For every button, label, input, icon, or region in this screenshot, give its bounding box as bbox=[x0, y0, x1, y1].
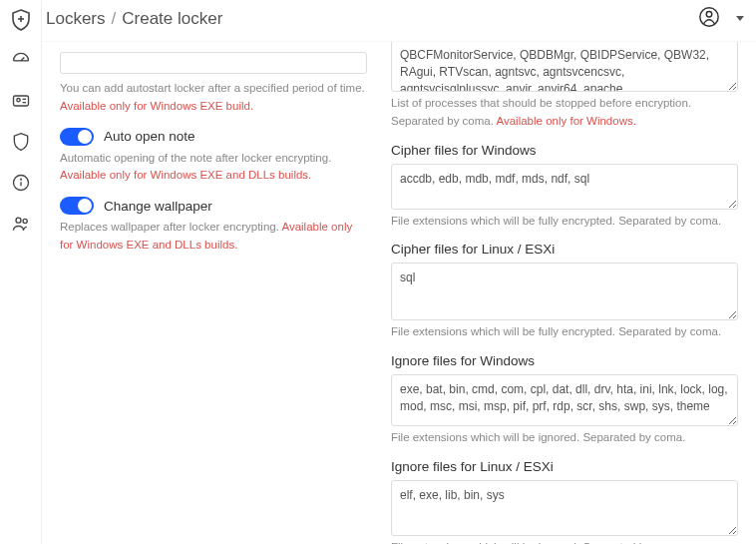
shield-plus-icon bbox=[9, 8, 33, 32]
cipher-win-hint: File extensions which will be fully encr… bbox=[391, 213, 738, 231]
cipher-linux-textarea[interactable] bbox=[391, 263, 738, 320]
auto-open-note-toggle[interactable] bbox=[60, 128, 94, 146]
breadcrumb-root[interactable]: Lockers bbox=[46, 9, 106, 29]
svg-rect-3 bbox=[13, 96, 28, 106]
sidebar bbox=[0, 0, 42, 544]
dashboard-icon[interactable] bbox=[11, 50, 31, 73]
change-wallpaper-label: Change wallpaper bbox=[104, 199, 212, 214]
svg-point-10 bbox=[16, 218, 21, 223]
breadcrumb: Lockers / Create locker bbox=[46, 9, 698, 29]
cipher-win-title: Cipher files for Windows bbox=[391, 143, 738, 158]
info-icon[interactable] bbox=[11, 173, 31, 196]
users-icon[interactable] bbox=[11, 214, 31, 237]
svg-point-13 bbox=[706, 12, 712, 18]
id-card-icon[interactable] bbox=[11, 91, 31, 114]
kill-list-hint: List of processes that should be stopped… bbox=[391, 95, 738, 131]
cipher-linux-title: Cipher files for Linux / ESXi bbox=[391, 242, 738, 257]
ignore-linux-textarea[interactable] bbox=[391, 480, 738, 536]
auto-open-note-hint: Automatic opening of the note after lock… bbox=[60, 150, 367, 186]
breadcrumb-leaf: Create locker bbox=[122, 9, 222, 29]
autostart-hint: You can add autostart locker after a spe… bbox=[60, 80, 367, 116]
auto-open-note-label: Auto open note bbox=[104, 129, 195, 144]
header: Lockers / Create locker bbox=[42, 0, 756, 42]
header-dropdown-icon[interactable] bbox=[736, 16, 744, 21]
shield-icon[interactable] bbox=[11, 132, 31, 155]
ignore-win-textarea[interactable] bbox=[391, 374, 738, 426]
ignore-linux-hint: File extensions which will be ignored. S… bbox=[391, 539, 738, 544]
autostart-input[interactable] bbox=[60, 52, 367, 74]
ignore-win-hint: File extensions which will be ignored. S… bbox=[391, 429, 738, 447]
cipher-win-textarea[interactable] bbox=[391, 164, 738, 210]
ignore-linux-title: Ignore files for Linux / ESXi bbox=[391, 459, 738, 474]
svg-point-4 bbox=[16, 99, 19, 102]
svg-point-9 bbox=[20, 179, 21, 180]
breadcrumb-sep: / bbox=[112, 9, 117, 29]
change-wallpaper-toggle[interactable] bbox=[60, 197, 94, 215]
change-wallpaper-hint: Replaces wallpaper after locker encrypti… bbox=[60, 219, 367, 255]
cipher-linux-hint: File extensions which will be fully encr… bbox=[391, 323, 738, 341]
svg-point-11 bbox=[23, 219, 27, 223]
kill-list-textarea[interactable] bbox=[391, 42, 738, 92]
ignore-win-title: Ignore files for Windows bbox=[391, 353, 738, 368]
user-menu-icon[interactable] bbox=[698, 6, 720, 31]
